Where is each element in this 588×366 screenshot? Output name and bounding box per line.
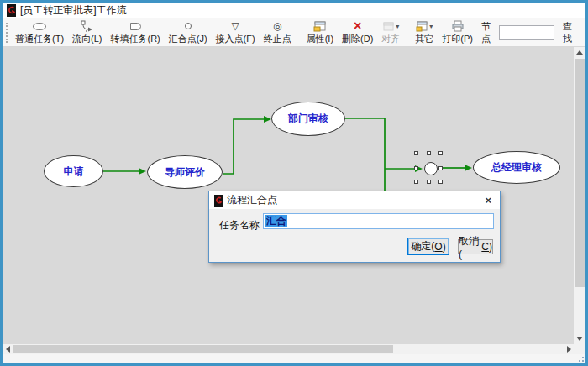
dialog-title: 流程汇合点 xyxy=(227,193,277,207)
app-window: [员工转正审批表]工作流 普通任务(T) 流向(L) 转填任务(R) 汇合点(J… xyxy=(0,0,588,366)
transfer-task-button[interactable]: 转填任务(R) xyxy=(107,19,165,46)
end-point-icon: ◎ xyxy=(273,20,281,33)
task-node-apply[interactable]: 申请 xyxy=(44,155,103,187)
join-point-dialog: 流程汇合点 × 任务名称 汇合 确定(O) 取消(C) xyxy=(208,191,501,263)
printer-icon xyxy=(451,20,465,33)
resize-grip[interactable] xyxy=(578,356,584,362)
app-logo-icon xyxy=(214,195,223,207)
property-button[interactable]: 属性(I) xyxy=(302,19,338,46)
align-button[interactable]: ▾ 对齐 xyxy=(377,19,404,46)
other-button[interactable]: ▾ 其它 xyxy=(411,19,438,46)
property-icon xyxy=(313,20,327,33)
delete-button[interactable]: × 删除(D) xyxy=(338,19,377,46)
ellipse-node-icon xyxy=(33,20,46,33)
node-field-label: 节点 xyxy=(477,18,495,47)
status-bar xyxy=(3,354,585,363)
join-circle-icon xyxy=(185,20,192,33)
access-point-button[interactable]: ▽ 接入点(F) xyxy=(212,19,260,46)
window-title: [员工转正审批表]工作流 xyxy=(20,3,127,18)
save-button[interactable]: 保存(S) xyxy=(583,19,588,46)
selection-handle-w[interactable] xyxy=(414,166,418,170)
selection-handle-sw[interactable] xyxy=(414,180,418,184)
dshape-node-icon xyxy=(130,20,141,33)
join-point-node[interactable] xyxy=(424,162,438,175)
scroll-right-icon[interactable] xyxy=(564,344,574,354)
find-button[interactable]: 查找 xyxy=(559,18,576,47)
selection-handle-se[interactable] xyxy=(438,180,443,184)
delete-x-icon: × xyxy=(354,20,361,33)
scroll-down-icon[interactable] xyxy=(574,333,585,344)
workflow-canvas[interactable]: 申请 导师评价 部门审核 总经理审核 流程汇合点 × 任务名称 xyxy=(3,47,574,344)
selection-handle-e[interactable] xyxy=(438,166,443,170)
selection-handle-ne[interactable] xyxy=(438,151,443,155)
title-bar[interactable]: [员工转正审批表]工作流 xyxy=(3,3,585,18)
print-button[interactable]: 打印(P) xyxy=(438,19,477,46)
toolbar: 普通任务(T) 流向(L) 转填任务(R) 汇合点(J) ▽ 接入点(F) ◎ … xyxy=(3,18,585,47)
scroll-up-icon[interactable] xyxy=(574,47,585,58)
join-point-button[interactable]: 汇合点(J) xyxy=(165,19,212,46)
selection-handle-s[interactable] xyxy=(427,180,431,184)
chevron-down-icon: ▾ xyxy=(429,23,433,30)
scrollbar-corner xyxy=(574,344,585,354)
toolbar-drag-handle[interactable] xyxy=(6,23,8,43)
flow-arrow-icon xyxy=(81,20,94,33)
ok-button[interactable]: 确定(O) xyxy=(407,238,449,255)
dialog-close-icon[interactable]: × xyxy=(481,194,495,207)
other-icon xyxy=(416,20,428,33)
cancel-button[interactable]: 取消(C) xyxy=(458,239,493,254)
task-name-label: 任务名称 xyxy=(219,218,260,233)
flow-direction-button[interactable]: 流向(L) xyxy=(68,19,106,46)
vertical-scroll-thumb[interactable] xyxy=(575,59,585,287)
selection-handle-n[interactable] xyxy=(427,151,431,155)
app-logo-icon xyxy=(7,4,16,17)
task-node-mentor-review[interactable]: 导师评价 xyxy=(147,155,223,189)
task-node-gm-review[interactable]: 总经理审核 xyxy=(473,151,560,184)
selected-text: 汇合 xyxy=(265,215,287,227)
normal-task-button[interactable]: 普通任务(T) xyxy=(11,19,68,46)
vertical-scrollbar[interactable] xyxy=(574,47,585,344)
end-point-button[interactable]: ◎ 终止点 xyxy=(260,19,296,46)
horizontal-scrollbar[interactable] xyxy=(3,344,574,354)
chevron-down-icon: ▾ xyxy=(396,23,399,30)
dialog-title-bar[interactable]: 流程汇合点 × xyxy=(209,191,500,209)
triangle-icon: ▽ xyxy=(232,20,239,33)
horizontal-scroll-thumb[interactable] xyxy=(13,345,393,353)
scroll-left-icon[interactable] xyxy=(3,344,13,354)
align-icon xyxy=(382,20,395,33)
task-node-department-review[interactable]: 部门审核 xyxy=(271,102,345,136)
task-name-input[interactable]: 汇合 xyxy=(263,213,494,229)
selection-handle-nw[interactable] xyxy=(414,151,418,155)
node-search-input[interactable] xyxy=(499,25,554,40)
